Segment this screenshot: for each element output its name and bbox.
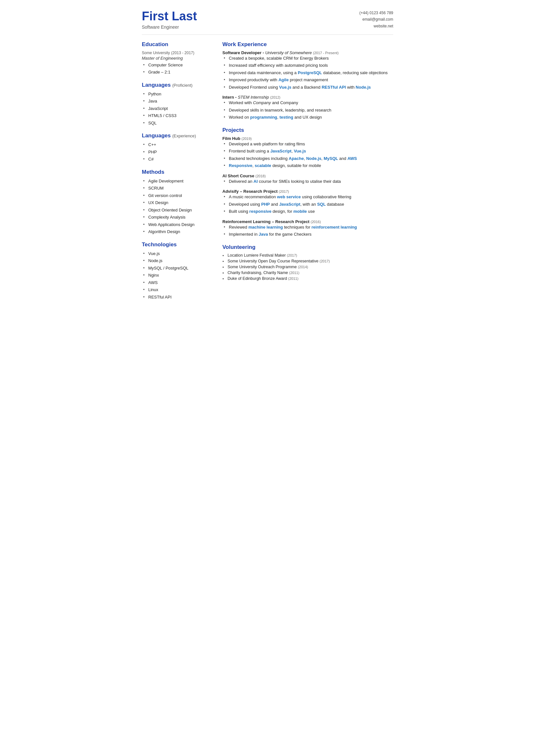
date-2: (2012): [270, 96, 280, 99]
list-item: Worked on programming, testing and UX de…: [224, 114, 393, 121]
header-left: First Last Software Engineer: [142, 10, 197, 30]
list-item: Git version control: [143, 192, 213, 199]
list-item: Frontend built using a JavaScript, Vue.j…: [224, 148, 393, 155]
list-item: SQL: [143, 120, 213, 126]
work-title-2: Intern - STEM Internship (2012): [222, 95, 393, 100]
list-item: AWS: [143, 279, 213, 286]
vol-item-5: Duke of Edinburgh Bronze Award (2011): [222, 276, 393, 281]
list-item: Backend technologies including Apache, N…: [224, 156, 393, 162]
list-item: Agile Development: [143, 178, 213, 185]
resume-header: First Last Software Engineer (+44) 0123 …: [142, 10, 393, 35]
email: email@gmail.com: [359, 16, 393, 22]
work-bullets-1: Created a bespoke, scalable CRM for Ener…: [222, 55, 393, 91]
list-item: Implemented in Java for the game Checker…: [224, 231, 393, 238]
university-name: Some University (2013 - 2017): [142, 50, 213, 55]
technologies-section: Technologies Vue.js Node.js MySQL / Post…: [142, 242, 213, 301]
website: website.net: [359, 23, 393, 29]
work-bullets-2: Worked with Company and Company Develope…: [222, 100, 393, 121]
methods-section: Methods Agile Development SCRUM Git vers…: [142, 169, 213, 235]
project-rl: Reinforcement Learning – Research Projec…: [222, 219, 393, 238]
projects-section: Projects Film Hub (2019) Developed a web…: [222, 127, 393, 238]
list-item: Computer Science: [143, 62, 213, 68]
methods-list: Agile Development SCRUM Git version cont…: [142, 178, 213, 235]
languages-experience-section: Languages (Experience) C++ PHP C#: [142, 132, 213, 162]
company-1: University of Somewhere: [265, 50, 312, 55]
advisify-bullets: A music recommendation web service using…: [222, 194, 393, 215]
left-column: Education Some University (2013 - 2017) …: [142, 41, 213, 307]
list-item: C++: [143, 141, 213, 148]
list-item: Python: [143, 91, 213, 97]
list-item: Complexity Analysis: [143, 214, 213, 220]
projects-title: Projects: [222, 127, 393, 133]
phone: (+44) 0123 456 789: [359, 10, 393, 16]
list-item: Algorithm Design: [143, 229, 213, 235]
languages-proficient-title: Languages (Proficient): [142, 82, 213, 88]
work-experience-section: Work Experience Software Developer - Uni…: [222, 41, 393, 121]
languages-experience-title: Languages (Experience): [142, 132, 213, 139]
vol-item-3: Some University Outreach Programme (2014…: [222, 265, 393, 269]
list-item: Improved productivity with Agile project…: [224, 77, 393, 83]
work-experience-title: Work Experience: [222, 41, 393, 48]
languages-proficient-list: Python Java JavaScript HTML5 / CSS3 SQL: [142, 91, 213, 126]
list-item: Built using responsive design, for mobil…: [224, 208, 393, 215]
list-item: Improved data maintenance, using a Postg…: [224, 70, 393, 76]
project-title-ai: AI Short Course (2018): [222, 173, 393, 178]
project-title-advisify: Advisify – Research Project (2017): [222, 189, 393, 194]
list-item: Reviewed machine learning techniques for…: [224, 224, 393, 230]
project-advisify: Advisify – Research Project (2017) A mus…: [222, 189, 393, 215]
project-filmhub: Film Hub (2019) Developed a web platform…: [222, 136, 393, 169]
list-item: Web Applications Design: [143, 221, 213, 228]
work-entry-2: Intern - STEM Internship (2012) Worked w…: [222, 95, 393, 121]
date-1: (2017 - Present): [313, 51, 338, 55]
degree: Master of Engineering: [142, 56, 213, 61]
list-item: JavaScript: [143, 105, 213, 112]
list-item: Developed skills in teamwork, leadership…: [224, 107, 393, 113]
rl-bullets: Reviewed machine learning techniques for…: [222, 224, 393, 238]
vol-item-1: Location Lumiere Festival Maker (2017): [222, 253, 393, 258]
technologies-title: Technologies: [142, 242, 213, 248]
full-name: First Last: [142, 10, 197, 23]
list-item: Created a bespoke, scalable CRM for Ener…: [224, 55, 393, 62]
list-item: Object Oriented Design: [143, 207, 213, 214]
technologies-list: Vue.js Node.js MySQL / PostgreSQL Nginx …: [142, 250, 213, 301]
list-item: UX Design: [143, 200, 213, 206]
languages-experience-list: C++ PHP C#: [142, 141, 213, 162]
volunteering-title: Volunteering: [222, 244, 393, 250]
work-title-1: Software Developer - University of Somew…: [222, 50, 393, 55]
methods-title: Methods: [142, 169, 213, 175]
vol-item-2: Some University Open Day Course Represen…: [222, 259, 393, 263]
work-entry-1: Software Developer - University of Somew…: [222, 50, 393, 91]
list-item: Developed Frontend using Vue.js and a Ba…: [224, 84, 393, 91]
filmhub-bullets: Developed a web platform for rating film…: [222, 141, 393, 169]
list-item: Worked with Company and Company: [224, 100, 393, 106]
volunteering-section: Volunteering Location Lumiere Festival M…: [222, 244, 393, 281]
list-item: PHP: [143, 149, 213, 156]
list-item: Node.js: [143, 258, 213, 264]
ai-bullets: Delivered an AI course for SMEs looking …: [222, 178, 393, 185]
list-item: Developed using PHP and JavaScript, with…: [224, 201, 393, 208]
education-list: Computer Science Grade – 2:1: [142, 62, 213, 75]
list-item: Linux: [143, 287, 213, 293]
job-title: Software Engineer: [142, 24, 197, 30]
list-item: Developed a web platform for rating film…: [224, 141, 393, 147]
list-item: Increased staff efficiency with automate…: [224, 62, 393, 69]
list-item: Nginx: [143, 272, 213, 278]
list-item: SCRUM: [143, 185, 213, 191]
languages-proficient-section: Languages (Proficient) Python Java JavaS…: [142, 82, 213, 126]
education-section: Education Some University (2013 - 2017) …: [142, 41, 213, 75]
project-ai-course: AI Short Course (2018) Delivered an AI c…: [222, 173, 393, 185]
project-title-rl: Reinforcement Learning – Research Projec…: [222, 219, 393, 224]
project-title-filmhub: Film Hub (2019): [222, 136, 393, 141]
list-item: RESTful API: [143, 294, 213, 301]
education-title: Education: [142, 41, 213, 48]
list-item: Delivered an AI course for SMEs looking …: [224, 178, 393, 185]
list-item: HTML5 / CSS3: [143, 112, 213, 119]
list-item: Java: [143, 98, 213, 104]
list-item: A music recommendation web service using…: [224, 194, 393, 200]
main-content: Education Some University (2013 - 2017) …: [142, 41, 393, 307]
list-item: Responsive, scalable design, suitable fo…: [224, 162, 393, 169]
header-contact: (+44) 0123 456 789 email@gmail.com websi…: [359, 10, 393, 29]
list-item: C#: [143, 156, 213, 162]
vol-item-4: Charity fundraising, Charity Name (2011): [222, 271, 393, 275]
company-2: STEM Internship: [238, 95, 269, 100]
